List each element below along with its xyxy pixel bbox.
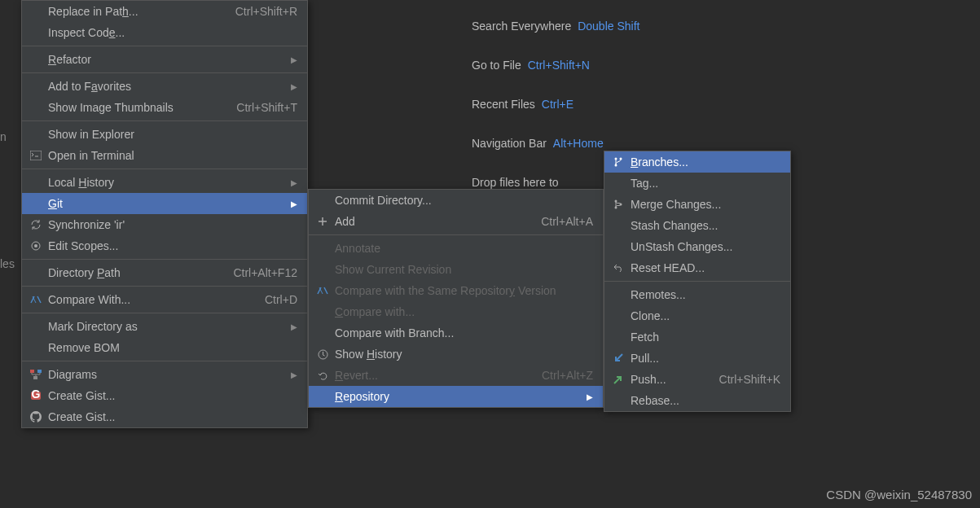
menu-item[interactable]: Add to Favorites▶ (22, 76, 307, 97)
compare-icon (29, 293, 43, 306)
menu-item-label: Add to Favorites (48, 80, 275, 93)
menu-item[interactable]: Show Current Revision (309, 259, 603, 280)
menu-item[interactable]: Remove BOM (22, 337, 307, 358)
menu-item[interactable]: Mark Directory as▶ (22, 316, 307, 337)
menu-item-label: Stash Changes... (631, 219, 780, 232)
menu-item[interactable]: Pull... (604, 348, 790, 369)
menu-item[interactable]: Edit Scopes... (22, 235, 307, 256)
menu-item[interactable]: AddCtrl+Alt+A (309, 211, 603, 232)
submenu-arrow-icon: ▶ (291, 322, 297, 331)
menu-item-label: Pull... (631, 352, 780, 365)
sync-icon (29, 218, 43, 231)
menu-item-label: Synchronize 'ir' (48, 218, 297, 231)
menu-item[interactable]: Stash Changes... (604, 215, 790, 236)
menu-item-label: Compare with the Same Repository Version (335, 284, 593, 297)
menu-item[interactable]: Remotes... (604, 284, 790, 305)
menu-item-label: Compare With... (48, 293, 248, 306)
svg-rect-5 (33, 376, 37, 379)
menu-item[interactable]: Fetch (604, 326, 790, 348)
blank-icon (315, 263, 330, 276)
watermark: CSDN @weixin_52487830 (826, 488, 972, 501)
hint-shortcut: Alt+Home (553, 137, 604, 150)
menu-item[interactable]: Merge Changes... (604, 194, 790, 215)
blank-icon (315, 326, 330, 339)
compare-icon (315, 284, 330, 297)
menu-item[interactable]: Rebase... (604, 390, 790, 411)
clock-icon (315, 348, 330, 361)
menu-item[interactable]: Refactor▶ (22, 49, 307, 70)
menu-item[interactable]: Commit Directory... (309, 190, 603, 211)
hint-label: Recent Files (472, 98, 535, 111)
scope-icon (29, 239, 43, 252)
submenu-arrow-icon: ▶ (291, 370, 297, 379)
menu-item[interactable]: Local History▶ (22, 172, 307, 193)
menu-item[interactable]: Revert...Ctrl+Alt+Z (309, 365, 603, 386)
submenu-arrow-icon: ▶ (291, 55, 297, 64)
blank-icon (29, 341, 43, 354)
menu-item[interactable]: Directory PathCtrl+Alt+F12 (22, 262, 307, 283)
menu-item[interactable]: Compare with Branch... (309, 322, 603, 344)
menu-shortcut: Ctrl+Shift+T (236, 101, 297, 114)
menu-separator (22, 46, 307, 46)
branch-icon (611, 155, 626, 169)
menu-item[interactable]: Reset HEAD... (604, 257, 790, 278)
truncated-text: les (0, 257, 15, 270)
menu-item[interactable]: Tag... (604, 173, 790, 194)
svg-rect-4 (37, 370, 42, 373)
menu-item[interactable]: Inspect Code... (22, 22, 307, 43)
blank-icon (315, 194, 330, 207)
hint-shortcut: Ctrl+Shift+N (528, 59, 590, 72)
menu-item-label: Compare with Branch... (335, 326, 593, 339)
menu-item[interactable]: Diagrams▶ (22, 364, 307, 385)
menu-item-label: Create Gist... (48, 389, 297, 402)
submenu-arrow-icon: ▶ (291, 178, 297, 187)
menu-item[interactable]: GCreate Gist... (22, 385, 307, 406)
reset-icon (611, 261, 626, 274)
blank-icon (29, 53, 43, 66)
diagram-icon (29, 368, 43, 381)
menu-separator (22, 72, 307, 73)
menu-item-label: Open in Terminal (48, 149, 297, 162)
menu-shortcut: Ctrl+Shift+K (719, 373, 780, 386)
menu-item[interactable]: Compare With...Ctrl+D (22, 289, 307, 310)
menu-separator (309, 234, 603, 235)
menu-item-label: Remotes... (631, 288, 780, 301)
blank-icon (611, 394, 626, 407)
menu-item-label: Reset HEAD... (631, 261, 780, 274)
menu-item-label: Git (48, 197, 275, 210)
menu-separator (22, 169, 307, 169)
menu-item-label: Merge Changes... (631, 198, 780, 211)
menu-item[interactable]: Repository▶ (309, 386, 603, 407)
blank-icon (29, 128, 43, 141)
menu-item[interactable]: Push...Ctrl+Shift+K (604, 369, 790, 390)
menu-item-label: Replace in Path... (48, 5, 219, 18)
menu-item-label: Fetch (631, 331, 780, 344)
menu-item-label: Commit Directory... (335, 194, 593, 207)
blank-icon (29, 266, 43, 279)
menu-item-label: Add (335, 215, 525, 228)
menu-item[interactable]: Annotate (309, 238, 603, 259)
menu-item[interactable]: Open in Terminal (22, 145, 307, 166)
menu-item[interactable]: Git▶ (22, 193, 307, 214)
blank-icon (315, 390, 330, 403)
menu-item[interactable]: Clone... (604, 305, 790, 326)
menu-item[interactable]: Branches... (604, 151, 790, 173)
menu-item-label: Directory Path (48, 266, 217, 279)
blank-icon (611, 331, 626, 344)
menu-item[interactable]: Show in Explorer (22, 124, 307, 145)
menu-item[interactable]: Create Gist... (22, 406, 307, 427)
terminal-icon (29, 149, 43, 162)
menu-item[interactable]: Show Image ThumbnailsCtrl+Shift+T (22, 97, 307, 118)
menu-item[interactable]: Compare with... (309, 301, 603, 322)
menu-separator (22, 286, 307, 287)
menu-item[interactable]: Replace in Path...Ctrl+Shift+R (22, 1, 307, 22)
menu-item-label: Branches... (631, 155, 780, 169)
svg-rect-3 (30, 370, 34, 373)
menu-item-label: Revert... (335, 369, 525, 382)
blank-icon (29, 80, 43, 93)
menu-item[interactable]: Show History (309, 344, 603, 365)
menu-item[interactable]: Compare with the Same Repository Version (309, 280, 603, 301)
menu-item[interactable]: UnStash Changes... (604, 236, 790, 257)
menu-item-label: Annotate (335, 242, 593, 255)
menu-item[interactable]: Synchronize 'ir' (22, 214, 307, 235)
